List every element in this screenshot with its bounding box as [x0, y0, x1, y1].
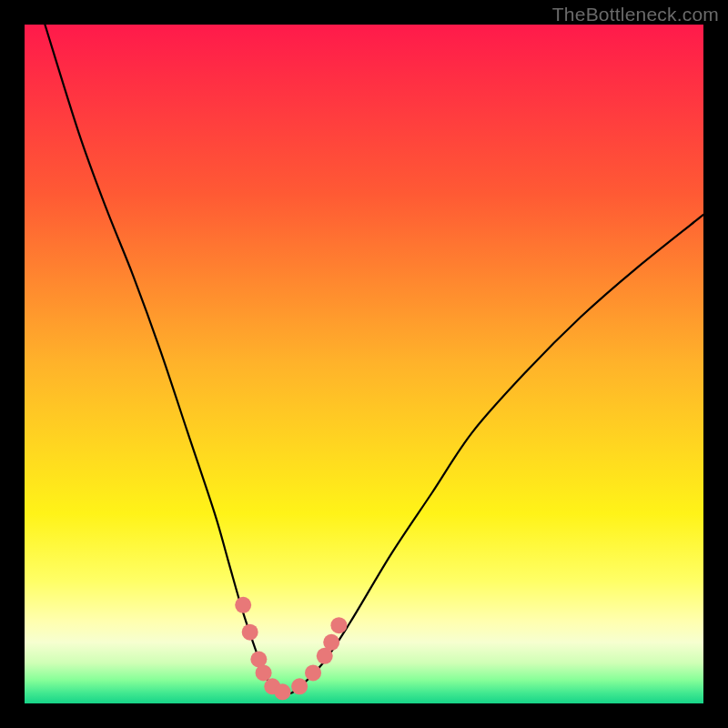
plot-area [25, 25, 703, 703]
chart-frame: TheBottleneck.com [0, 0, 728, 728]
highlight-dot [242, 624, 258, 641]
highlight-dot [291, 678, 308, 694]
highlight-dot [323, 634, 339, 651]
highlight-dot [235, 597, 251, 613]
highlight-dot [256, 664, 272, 681]
watermark-label: TheBottleneck.com [552, 4, 719, 25]
gradient-background [25, 25, 703, 703]
bottleneck-chart [25, 25, 703, 703]
highlight-dot [274, 683, 290, 700]
highlight-dot [305, 664, 321, 681]
highlight-dot [330, 617, 347, 633]
